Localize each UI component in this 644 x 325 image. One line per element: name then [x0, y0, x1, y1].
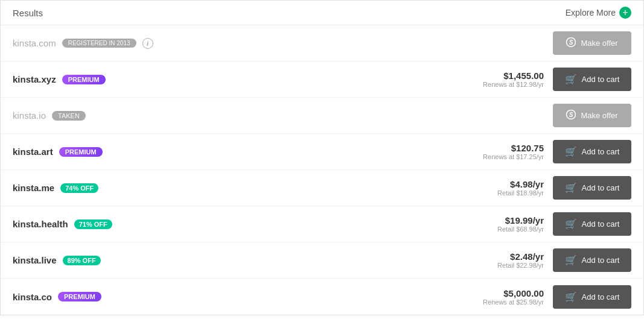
price-main-kinsta-co: $5,000.00 — [483, 288, 544, 298]
domain-row-kinsta-com: kinsta.comREGISTERED IN 2013iSMake offer — [1, 25, 643, 62]
domain-row-kinsta-io: kinsta.ioTAKENSMake offer — [1, 98, 643, 134]
cart-icon-kinsta-me: 🛒 — [565, 182, 577, 194]
explore-more-button[interactable]: Explore More + — [566, 7, 631, 19]
domain-name-kinsta-art: kinsta.art — [13, 147, 53, 157]
badge-kinsta-io: TAKEN — [52, 111, 86, 121]
results-container: Results Explore More + kinsta.comREGISTE… — [0, 0, 644, 315]
badge-kinsta-xyz: PREMIUM — [62, 75, 106, 84]
make-offer-label-kinsta-com: Make offer — [581, 39, 617, 48]
cart-icon-kinsta-co: 🛒 — [565, 291, 577, 303]
price-block-kinsta-me: $4.98/yrRetail $18.98/yr — [497, 179, 544, 197]
info-icon-kinsta-com[interactable]: i — [142, 38, 153, 49]
domain-name-kinsta-live: kinsta.live — [13, 255, 57, 265]
domain-left-kinsta-xyz: kinsta.xyzPREMIUM — [13, 74, 483, 84]
price-block-kinsta-art: $120.75Renews at $17.25/yr — [483, 143, 544, 160]
cart-icon-kinsta-health: 🛒 — [565, 218, 577, 230]
domain-right-kinsta-co: $5,000.00Renews at $25.98/yr🛒Add to cart — [483, 285, 631, 309]
price-block-kinsta-live: $2.48/yrRetail $22.98/yr — [497, 251, 544, 269]
domain-left-kinsta-io: kinsta.ioTAKEN — [13, 110, 553, 121]
price-block-kinsta-co: $5,000.00Renews at $25.98/yr — [483, 288, 544, 306]
domain-left-kinsta-co: kinsta.coPREMIUM — [13, 292, 483, 302]
add-to-cart-button-kinsta-me[interactable]: 🛒Add to cart — [553, 176, 631, 200]
price-sub-kinsta-art: Renews at $17.25/yr — [483, 153, 544, 160]
price-main-kinsta-art: $120.75 — [483, 143, 544, 153]
price-sub-kinsta-me: Retail $18.98/yr — [497, 189, 544, 197]
add-to-cart-label-kinsta-live: Add to cart — [582, 256, 620, 265]
svg-text:S: S — [569, 112, 573, 118]
price-main-kinsta-live: $2.48/yr — [497, 251, 544, 262]
cart-icon-kinsta-xyz: 🛒 — [565, 74, 577, 85]
badge-kinsta-health: 71% OFF — [74, 219, 112, 229]
domain-left-kinsta-com: kinsta.comREGISTERED IN 2013i — [13, 38, 553, 49]
domain-right-kinsta-xyz: $1,455.00Renews at $12.98/yr🛒Add to cart — [483, 68, 631, 91]
domain-name-kinsta-io: kinsta.io — [13, 110, 46, 121]
domain-row-kinsta-live: kinsta.live89% OFF$2.48/yrRetail $22.98/… — [1, 242, 643, 279]
cart-icon-kinsta-art: 🛒 — [565, 146, 577, 157]
domain-row-kinsta-health: kinsta.health71% OFF$19.99/yrRetail $68.… — [1, 206, 643, 242]
domain-right-kinsta-art: $120.75Renews at $17.25/yr🛒Add to cart — [483, 140, 631, 163]
domain-row-kinsta-co: kinsta.coPREMIUM$5,000.00Renews at $25.9… — [1, 279, 643, 315]
domain-row-kinsta-me: kinsta.me74% OFF$4.98/yrRetail $18.98/yr… — [1, 170, 643, 206]
domain-left-kinsta-me: kinsta.me74% OFF — [13, 183, 497, 193]
domain-name-kinsta-com: kinsta.com — [13, 38, 56, 48]
badge-kinsta-co: PREMIUM — [58, 292, 101, 301]
add-to-cart-label-kinsta-me: Add to cart — [582, 183, 620, 192]
add-to-cart-label-kinsta-xyz: Add to cart — [582, 75, 620, 84]
domain-right-kinsta-io: SMake offer — [553, 104, 631, 127]
price-sub-kinsta-co: Renews at $25.98/yr — [483, 298, 544, 306]
add-to-cart-label-kinsta-health: Add to cart — [582, 219, 620, 229]
offer-icon-kinsta-io: S — [566, 110, 576, 121]
results-header: Results Explore More + — [1, 1, 643, 25]
make-offer-button-kinsta-com[interactable]: SMake offer — [553, 31, 631, 55]
offer-icon-kinsta-com: S — [566, 37, 576, 49]
add-to-cart-button-kinsta-health[interactable]: 🛒Add to cart — [553, 212, 631, 236]
domain-row-kinsta-xyz: kinsta.xyzPREMIUM$1,455.00Renews at $12.… — [1, 62, 643, 98]
price-block-kinsta-health: $19.99/yrRetail $68.98/yr — [497, 215, 544, 233]
plus-icon: + — [619, 7, 631, 19]
price-main-kinsta-health: $19.99/yr — [497, 215, 544, 226]
price-main-kinsta-me: $4.98/yr — [497, 179, 544, 189]
domain-list: kinsta.comREGISTERED IN 2013iSMake offer… — [1, 25, 643, 315]
badge-kinsta-me: 74% OFF — [60, 183, 98, 193]
make-offer-button-kinsta-io[interactable]: SMake offer — [553, 104, 631, 127]
add-to-cart-button-kinsta-xyz[interactable]: 🛒Add to cart — [553, 68, 631, 91]
results-title: Results — [13, 8, 43, 18]
make-offer-label-kinsta-io: Make offer — [581, 111, 617, 120]
price-sub-kinsta-live: Retail $22.98/yr — [497, 262, 544, 269]
domain-right-kinsta-live: $2.48/yrRetail $22.98/yr🛒Add to cart — [497, 248, 631, 272]
price-sub-kinsta-health: Retail $68.98/yr — [497, 226, 544, 233]
domain-name-kinsta-xyz: kinsta.xyz — [13, 74, 56, 84]
domain-left-kinsta-art: kinsta.artPREMIUM — [13, 147, 483, 157]
add-to-cart-button-kinsta-live[interactable]: 🛒Add to cart — [553, 248, 631, 272]
domain-name-kinsta-co: kinsta.co — [13, 292, 52, 302]
domain-left-kinsta-health: kinsta.health71% OFF — [13, 219, 497, 229]
domain-name-kinsta-me: kinsta.me — [13, 183, 54, 193]
price-block-kinsta-xyz: $1,455.00Renews at $12.98/yr — [483, 71, 544, 88]
svg-text:S: S — [569, 39, 573, 46]
domain-right-kinsta-health: $19.99/yrRetail $68.98/yr🛒Add to cart — [497, 212, 631, 236]
badge-kinsta-art: PREMIUM — [59, 147, 103, 157]
add-to-cart-button-kinsta-co[interactable]: 🛒Add to cart — [553, 285, 631, 309]
add-to-cart-button-kinsta-art[interactable]: 🛒Add to cart — [553, 140, 631, 163]
price-main-kinsta-xyz: $1,455.00 — [483, 71, 544, 81]
badge-kinsta-com: REGISTERED IN 2013 — [62, 39, 136, 48]
domain-right-kinsta-com: SMake offer — [553, 31, 631, 55]
explore-more-label: Explore More — [566, 8, 616, 17]
price-sub-kinsta-xyz: Renews at $12.98/yr — [483, 81, 544, 88]
cart-icon-kinsta-live: 🛒 — [565, 254, 577, 266]
domain-name-kinsta-health: kinsta.health — [13, 219, 68, 229]
badge-kinsta-live: 89% OFF — [63, 256, 101, 265]
add-to-cart-label-kinsta-co: Add to cart — [582, 292, 620, 301]
domain-left-kinsta-live: kinsta.live89% OFF — [13, 255, 497, 265]
domain-right-kinsta-me: $4.98/yrRetail $18.98/yr🛒Add to cart — [497, 176, 631, 200]
domain-row-kinsta-art: kinsta.artPREMIUM$120.75Renews at $17.25… — [1, 134, 643, 170]
add-to-cart-label-kinsta-art: Add to cart — [582, 147, 620, 156]
